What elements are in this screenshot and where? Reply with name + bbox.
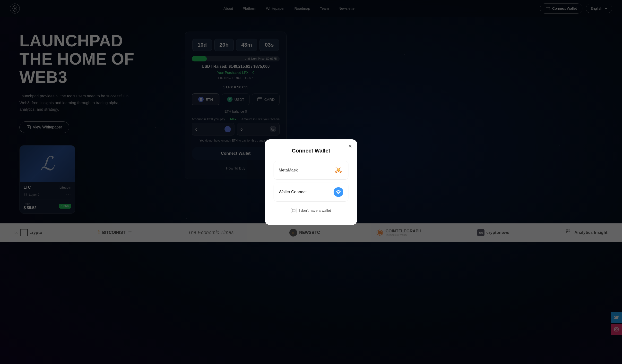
metamask-option[interactable]: MetaMask: [273, 161, 349, 180]
no-wallet-icon: [291, 208, 296, 213]
walletconnect-icon: [334, 187, 343, 197]
modal-close-button[interactable]: ✕: [348, 144, 352, 149]
modal-title: Connect Wallet: [273, 148, 349, 154]
walletconnect-option[interactable]: Wallet Connect: [273, 182, 349, 201]
walletconnect-label: Wallet Connect: [279, 190, 307, 195]
modal-overlay[interactable]: Connect Wallet ✕ MetaMask Wallet Conne: [0, 0, 622, 364]
no-wallet-label: I don't have a wallet: [299, 208, 331, 213]
connect-wallet-modal: Connect Wallet ✕ MetaMask Wallet Conne: [265, 139, 357, 225]
no-wallet-option[interactable]: I don't have a wallet: [273, 204, 349, 217]
metamask-icon: [334, 165, 343, 175]
metamask-label: MetaMask: [279, 168, 298, 173]
svg-rect-17: [292, 209, 295, 212]
